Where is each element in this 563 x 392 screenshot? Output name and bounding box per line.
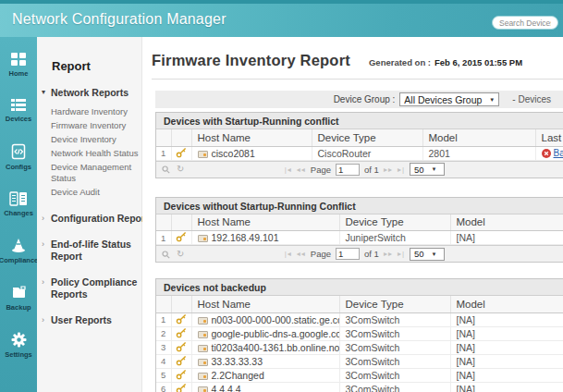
sidebar-subitem[interactable]: Firmware Inventory <box>51 118 140 132</box>
page-size-select[interactable]: 50 ▼ <box>410 163 445 176</box>
chevron-right-icon: › <box>42 239 51 249</box>
sidebar-subitem[interactable]: Device Management Status <box>51 160 140 185</box>
rail-item-backup[interactable]: Backup <box>0 285 37 312</box>
rail-item-compliance[interactable]: Compliance <box>0 238 37 264</box>
key-icon <box>176 371 187 382</box>
key-icon <box>176 357 187 368</box>
sidebar-subitem[interactable]: Network Health Status <box>51 146 140 160</box>
device-icon <box>198 373 208 380</box>
pagination: |◂ ◂◂ Page of 1 ▸▸ ▸| 50 ▼ <box>285 163 445 176</box>
last-page-icon[interactable]: ▸| <box>398 250 405 258</box>
device-group-select[interactable]: All Devices Group ▼ <box>399 92 499 106</box>
device-icon <box>198 359 208 366</box>
title-divider <box>152 79 563 80</box>
column-header-hostname[interactable]: Host Name <box>191 296 339 312</box>
device-type: 3ComSwitch <box>339 368 450 382</box>
table-row[interactable]: 3 ti0203a400-1361.bb.online.no 3ComSwitc… <box>156 340 563 354</box>
chevron-right-icon: › <box>42 213 51 223</box>
page-label: Page <box>311 165 331 175</box>
page-of-label: of 1 <box>364 249 379 259</box>
host-name: 4.4.4.4 <box>212 384 241 392</box>
page-size-select[interactable]: 50 ▼ <box>410 248 445 261</box>
table-row[interactable]: 1 n003-000-000-000.static.ge.com 3ComSwi… <box>156 312 563 326</box>
key-icon <box>176 343 187 354</box>
backup-link[interactable]: Backup <box>554 148 563 158</box>
device-type: 3ComSwitch <box>339 326 450 340</box>
prev-page-icon[interactable]: ◂◂ <box>297 250 306 258</box>
table-row[interactable]: 2 google-public-dns-a.google.com 3ComSwi… <box>156 326 563 340</box>
rail-item-settings[interactable]: Settings <box>0 332 37 359</box>
page-number-input[interactable] <box>336 248 360 260</box>
app-title: Network Configuration Manager <box>12 11 226 28</box>
device-group-label: Device Group : <box>334 94 396 104</box>
sidebar-item-policy-compliance[interactable]: › Policy Compliance Reports <box>37 276 141 300</box>
main-content: Firmware Inventory Report Generated on :… <box>142 37 563 392</box>
table-row[interactable]: 1 cisco2081 CiscoRouter 2801 Backup <box>156 146 563 160</box>
refresh-icon[interactable]: ↻ <box>177 250 184 259</box>
search-rows-icon[interactable] <box>162 246 170 263</box>
sidebar-subitem[interactable]: Device Audit <box>51 185 140 199</box>
column-header-devicetype[interactable]: Device Type <box>339 296 450 312</box>
device-type: 3ComSwitch <box>339 340 450 354</box>
rail-label: Backup <box>6 303 31 312</box>
device-icon <box>198 345 208 352</box>
rail-label: Home <box>9 69 29 78</box>
search-input[interactable] <box>492 16 558 30</box>
error-icon <box>542 149 551 160</box>
configs-icon <box>11 143 26 160</box>
host-name: 2.2Changed <box>212 370 264 381</box>
next-page-icon[interactable]: ▸▸ <box>384 165 393 174</box>
column-header-model[interactable]: Model <box>422 129 535 146</box>
rail-item-home[interactable]: Home <box>0 52 37 78</box>
search-rows-icon[interactable] <box>162 161 170 178</box>
table-row[interactable]: 5 2.2Changed 3ComSwitch [NA] <box>156 368 563 382</box>
table-row[interactable]: 4 33.33.33.33 3ComSwitch [NA] <box>156 354 563 368</box>
column-header-model[interactable]: Model <box>450 296 563 312</box>
column-header-lastop[interactable]: Last Op <box>535 129 563 146</box>
device-group-bar: Device Group : All Devices Group ▼ - Dev… <box>155 91 563 108</box>
sidebar-item-eol-report[interactable]: › End-of-life Status Report <box>37 239 141 263</box>
rail-item-configs[interactable]: Configs <box>0 143 37 171</box>
column-header-hostname[interactable]: Host Name <box>191 129 312 146</box>
table-card-startup-conflict: Devices with Startup-Running conflict Ho… <box>155 112 563 178</box>
host-name: ti0203a400-1361.bb.online.no <box>212 342 340 353</box>
prev-page-icon[interactable]: ◂◂ <box>297 165 306 174</box>
device-model: [NA] <box>450 354 563 368</box>
host-name: google-public-dns-a.google.com <box>212 328 340 339</box>
device-type: 3ComSwitch <box>339 382 450 392</box>
device-icon <box>198 331 208 338</box>
column-header-devicetype[interactable]: Device Type <box>339 214 450 231</box>
chevron-down-icon: ▼ <box>432 251 437 257</box>
last-page-icon[interactable]: ▸| <box>398 165 405 174</box>
rail-item-changes[interactable]: Changes <box>0 191 37 217</box>
host-name: 192.168.49.101 <box>212 232 279 243</box>
rail-label: Settings <box>5 350 32 359</box>
column-header-devicetype[interactable]: Device Type <box>312 129 422 146</box>
refresh-icon[interactable]: ↻ <box>177 165 184 174</box>
table-row[interactable]: 1 192.168.49.101 JuniperSwitch [NA] <box>156 231 563 245</box>
sidebar-item-configuration-reports[interactable]: › Configuration Reports <box>37 213 141 225</box>
sidebar-item-user-reports[interactable]: › User Reports <box>37 314 141 326</box>
next-page-icon[interactable]: ▸▸ <box>384 250 393 258</box>
first-page-icon[interactable]: |◂ <box>285 250 292 258</box>
devices-suffix-label: - Devices <box>512 94 551 104</box>
device-model: [NA] <box>450 382 563 392</box>
host-name: cisco2081 <box>212 148 255 159</box>
sidebar-subitem[interactable]: Hardware Inventory <box>51 104 140 118</box>
key-icon <box>176 329 187 340</box>
rail-item-devices[interactable]: Devices <box>0 98 37 123</box>
device-icon <box>198 151 208 158</box>
device-model: [NA] <box>450 340 563 354</box>
first-page-icon[interactable]: |◂ <box>285 165 292 174</box>
sidebar-item-network-reports[interactable]: ▾ Network Reports <box>37 87 141 99</box>
device-model: [NA] <box>450 231 563 245</box>
table-row[interactable]: 6 4.4.4.4 3ComSwitch [NA] <box>156 382 563 392</box>
rail-label: Changes <box>4 209 33 217</box>
sidebar-subitem[interactable]: Device Inventory <box>51 132 140 146</box>
column-header-model[interactable]: Model <box>450 214 563 231</box>
page-label: Page <box>311 249 331 259</box>
changes-icon <box>9 191 28 206</box>
column-header-hostname[interactable]: Host Name <box>191 214 339 231</box>
pagination: |◂ ◂◂ Page of 1 ▸▸ ▸| 50 ▼ <box>285 248 445 261</box>
page-number-input[interactable] <box>336 164 360 176</box>
